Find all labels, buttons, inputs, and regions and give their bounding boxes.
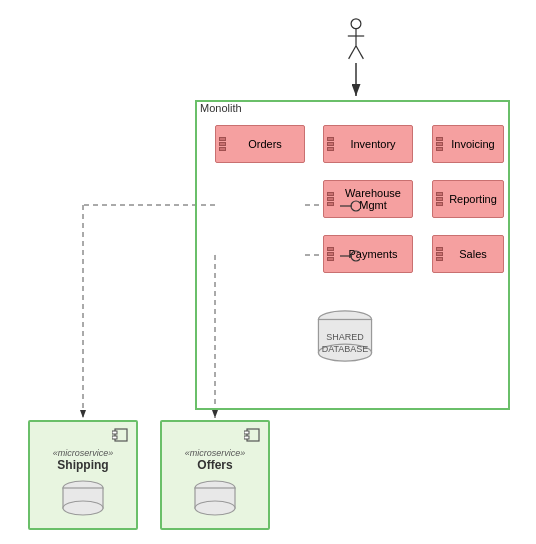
offers-stereotype: «microservice» bbox=[162, 448, 268, 458]
module-payments: Payments bbox=[323, 235, 413, 273]
module-invoicing-icon bbox=[436, 137, 443, 151]
module-orders-label: Orders bbox=[248, 138, 282, 150]
module-sales: Sales bbox=[432, 235, 504, 273]
module-inventory-label: Inventory bbox=[350, 138, 395, 150]
module-warehouse-icon bbox=[327, 192, 334, 206]
module-orders: Orders bbox=[215, 125, 305, 163]
diagram-container: Monolith Orders Inventory Invoicing Ware… bbox=[0, 0, 536, 544]
microservice-shipping: «microservice» Shipping bbox=[28, 420, 138, 530]
module-inventory-icon bbox=[327, 137, 334, 151]
svg-point-16 bbox=[351, 251, 360, 261]
module-warehouse: Warehouse Mgmt bbox=[323, 180, 413, 218]
component-icon-shipping bbox=[112, 426, 130, 444]
module-sales-label: Sales bbox=[459, 248, 487, 260]
svg-line-11 bbox=[349, 46, 356, 59]
svg-point-25 bbox=[63, 501, 103, 515]
svg-point-8 bbox=[351, 19, 361, 29]
svg-rect-27 bbox=[244, 431, 249, 434]
svg-rect-21 bbox=[112, 431, 117, 434]
module-payments-icon bbox=[327, 247, 334, 261]
lollipop-1 bbox=[338, 193, 360, 219]
module-inventory: Inventory bbox=[323, 125, 413, 163]
offers-name: Offers bbox=[162, 458, 268, 472]
module-reporting-icon bbox=[436, 192, 443, 206]
module-invoicing-label: Invoicing bbox=[451, 138, 494, 150]
database-label: SHAREDDATABASE bbox=[300, 332, 390, 355]
svg-point-31 bbox=[195, 501, 235, 515]
component-icon-offers bbox=[244, 426, 262, 444]
svg-rect-28 bbox=[244, 436, 249, 439]
shipping-db-icon bbox=[57, 480, 109, 518]
lollipop-2 bbox=[338, 243, 360, 269]
svg-rect-22 bbox=[112, 436, 117, 439]
module-orders-icon bbox=[219, 137, 226, 151]
module-sales-icon bbox=[436, 247, 443, 261]
module-reporting: Reporting bbox=[432, 180, 504, 218]
svg-point-14 bbox=[351, 201, 360, 211]
shipping-stereotype: «microservice» bbox=[30, 448, 136, 458]
svg-line-12 bbox=[356, 46, 363, 59]
microservice-offers: «microservice» Offers bbox=[160, 420, 270, 530]
offers-db-icon bbox=[189, 480, 241, 518]
shipping-name: Shipping bbox=[30, 458, 136, 472]
module-reporting-label: Reporting bbox=[449, 193, 497, 205]
person-icon bbox=[342, 18, 370, 63]
monolith-label: Monolith bbox=[197, 102, 245, 114]
module-invoicing: Invoicing bbox=[432, 125, 504, 163]
